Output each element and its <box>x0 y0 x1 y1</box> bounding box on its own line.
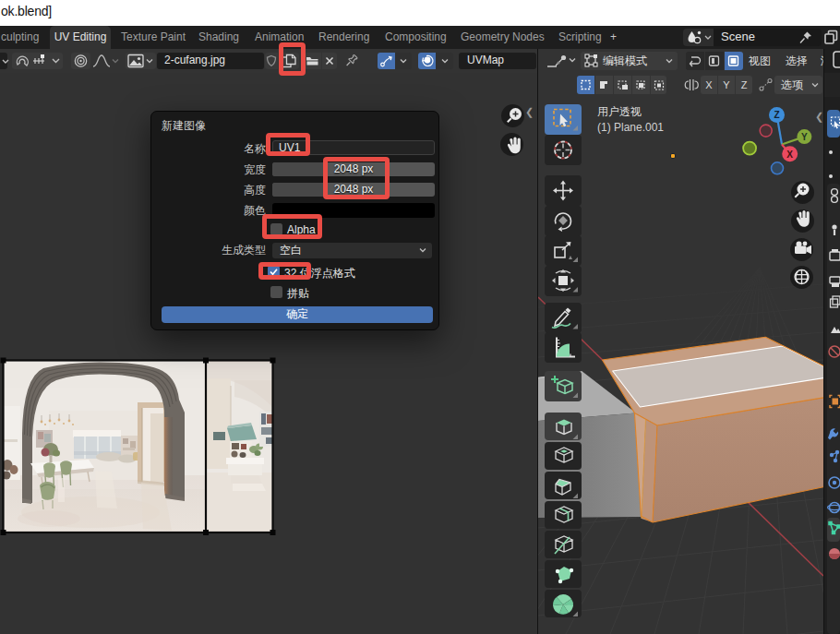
svg-text:Z: Z <box>774 110 779 120</box>
svg-text:X: X <box>786 150 793 160</box>
svg-text:Y: Y <box>801 132 808 142</box>
